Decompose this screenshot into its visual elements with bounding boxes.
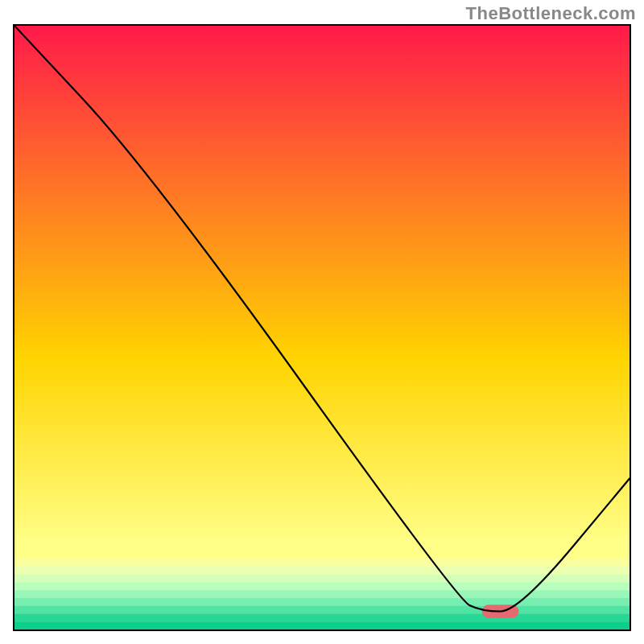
watermark-text: TheBottleneck.com [466,3,636,24]
color-band [14,621,630,630]
color-band [14,567,630,575]
plot-svg [14,26,630,630]
color-band [14,598,630,606]
color-band [14,559,630,567]
color-band [14,551,630,559]
color-band [14,590,630,598]
chart-wrapper: TheBottleneck.com [0,0,644,644]
color-band [14,575,630,583]
plot-area [13,24,631,631]
color-band [14,614,630,622]
gradient-background [14,26,630,630]
color-band [14,606,630,614]
color-bands [14,551,630,630]
